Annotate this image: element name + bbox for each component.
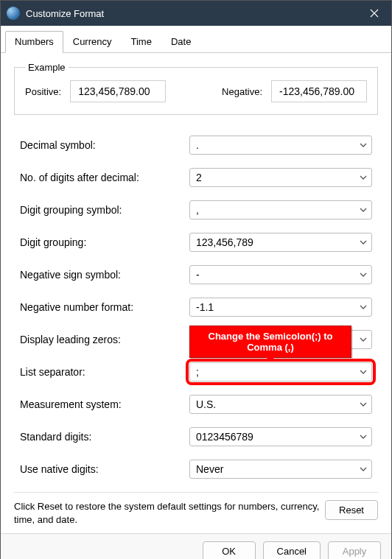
label-measurement-system: Measurement system: (20, 398, 189, 410)
label-digit-grouping: Digit grouping: (20, 236, 189, 248)
tab-numbers[interactable]: Numbers (5, 31, 63, 53)
reset-button[interactable]: Reset (325, 500, 378, 520)
label-negative-number-format: Negative number format: (20, 301, 189, 313)
combo-digit-grouping[interactable]: 123,456,789 (189, 233, 372, 252)
settings-list: Decimal symbol: . No. of digits after de… (14, 136, 378, 479)
combo-negative-number-format[interactable]: -1.1 (189, 298, 372, 317)
label-digits-after-decimal: No. of digits after decimal: (20, 172, 189, 183)
label-decimal-symbol: Decimal symbol: (20, 139, 189, 151)
titlebar: Customize Format (1, 1, 391, 26)
combo-value: 0123456789 (196, 431, 253, 443)
dialog-footer: OK Cancel Apply (1, 533, 391, 559)
combo-value: 2 (196, 172, 202, 183)
positive-label: Positive: (25, 86, 61, 97)
combo-value: - (196, 269, 200, 281)
annotation-callout: Change the Semicolon(;) to Comma (,) (189, 326, 351, 358)
label-use-native-digits: Use native digits: (20, 463, 189, 475)
chevron-down-icon (360, 336, 367, 343)
combo-digit-grouping-symbol[interactable]: , (189, 200, 372, 219)
combo-value: Never (196, 463, 223, 475)
chevron-down-icon (360, 303, 367, 311)
window-title: Customize Format (26, 8, 357, 19)
tab-date[interactable]: Date (161, 31, 200, 53)
reset-row: Click Reset to restore the system defaul… (14, 492, 378, 526)
close-icon (370, 9, 379, 18)
negative-label: Negative: (222, 86, 262, 97)
tab-bar: Numbers Currency Time Date (1, 26, 391, 53)
chevron-down-icon (360, 174, 367, 181)
combo-value: , (196, 204, 199, 216)
reset-description: Click Reset to restore the system defaul… (14, 500, 325, 526)
combo-use-native-digits[interactable]: Never (189, 460, 372, 479)
tab-time[interactable]: Time (122, 31, 161, 53)
numbers-panel: Example Positive: 123,456,789.00 Negativ… (1, 53, 391, 533)
combo-decimal-symbol[interactable]: . (189, 136, 372, 155)
chevron-down-icon (360, 206, 367, 214)
combo-digits-after-decimal[interactable]: 2 (189, 168, 372, 187)
combo-value: ; (196, 366, 199, 378)
label-standard-digits: Standard digits: (20, 431, 189, 443)
ok-button[interactable]: OK (203, 541, 256, 559)
apply-button[interactable]: Apply (328, 541, 381, 559)
positive-value: 123,456,789.00 (70, 80, 166, 102)
chevron-down-icon (360, 433, 367, 440)
close-button[interactable] (357, 1, 391, 26)
example-group: Example Positive: 123,456,789.00 Negativ… (14, 62, 378, 115)
customize-format-window: Customize Format Numbers Currency Time D… (0, 0, 392, 559)
combo-standard-digits[interactable]: 0123456789 (189, 427, 372, 446)
combo-value: 123,456,789 (196, 236, 253, 248)
label-list-separator: List separator: (20, 366, 189, 378)
combo-value: . (196, 139, 199, 151)
combo-measurement-system[interactable]: U.S. (189, 395, 372, 414)
chevron-down-icon (360, 368, 367, 376)
chevron-down-icon (360, 239, 367, 246)
label-digit-grouping-symbol: Digit grouping symbol: (20, 204, 189, 216)
negative-value: -123,456,789.00 (271, 80, 367, 102)
chevron-down-icon (360, 271, 367, 278)
combo-value: -1.1 (196, 301, 214, 313)
label-display-leading-zeros: Display leading zeros: (20, 334, 189, 345)
region-icon (7, 7, 20, 20)
chevron-down-icon (360, 141, 367, 149)
combo-negative-sign-symbol[interactable]: - (189, 265, 372, 284)
label-negative-sign-symbol: Negative sign symbol: (20, 269, 189, 281)
tab-currency[interactable]: Currency (63, 31, 122, 53)
combo-list-separator[interactable]: ; (189, 362, 372, 382)
combo-value: U.S. (196, 398, 216, 410)
cancel-button[interactable]: Cancel (263, 541, 321, 559)
chevron-down-icon (360, 401, 367, 408)
chevron-down-icon (360, 465, 367, 473)
example-legend: Example (25, 62, 69, 73)
annotation-text: Change the Semicolon(;) to Comma (,) (209, 331, 333, 353)
